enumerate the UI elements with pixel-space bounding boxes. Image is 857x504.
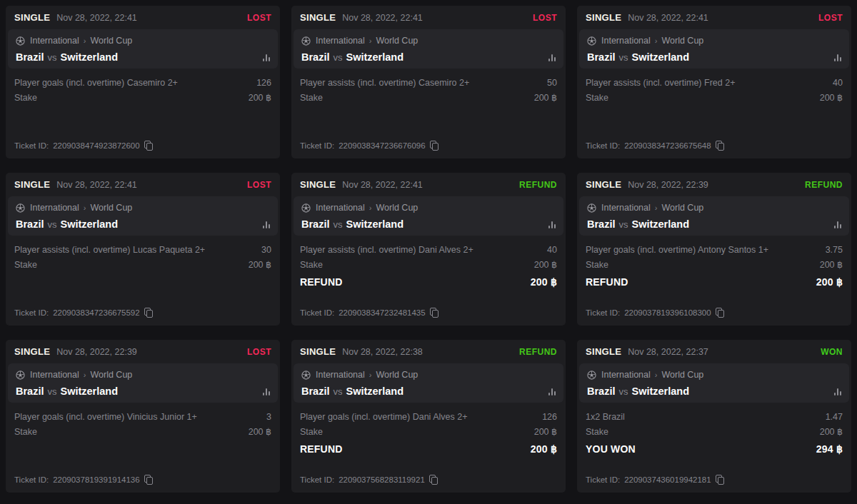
league-category[interactable]: International: [601, 370, 651, 380]
bet-ticket-card[interactable]: SINGLE Nov 28, 2022, 22:41 LOST Internat…: [6, 6, 280, 158]
league-name[interactable]: World Cup: [376, 36, 418, 46]
league-row: International › World Cup: [301, 36, 556, 46]
league-category[interactable]: International: [30, 203, 79, 213]
breadcrumb-separator: ›: [655, 203, 658, 212]
status-badge: LOST: [818, 13, 843, 23]
league-category[interactable]: International: [601, 203, 651, 213]
copy-icon[interactable]: [429, 475, 438, 484]
away-team: Switzerland: [61, 51, 119, 63]
bet-ticket-card[interactable]: SINGLE Nov 28, 2022, 22:39 LOST Internat…: [6, 340, 280, 493]
odds-value: 50: [547, 78, 557, 88]
status-badge: LOST: [247, 347, 271, 357]
ticket-id-value: 2209037819391914136: [53, 475, 140, 484]
bar-chart-icon[interactable]: [834, 388, 841, 395]
result-label: REFUND: [300, 276, 343, 288]
event-panel[interactable]: International › World Cup Brazil vs Swit…: [579, 196, 849, 236]
bar-chart-icon[interactable]: [548, 221, 556, 228]
ticket-id-value: 2209038347236675592: [53, 308, 140, 317]
stake-row: Stake 200 ฿: [14, 257, 271, 272]
result-label: REFUND: [300, 443, 343, 455]
ticket-footer: Ticket ID: 2209037568283119921: [300, 475, 557, 484]
bet-type-label: SINGLE: [14, 12, 50, 23]
result-row: REFUND 200 ฿: [586, 274, 843, 290]
league-name[interactable]: World Cup: [90, 370, 132, 380]
result-row: YOU WON 294 ฿: [586, 441, 843, 457]
stake-row: Stake 200 ฿: [586, 90, 843, 105]
league-category[interactable]: International: [30, 36, 79, 46]
market-label: Player assists (incl. overtime) Casemiro…: [300, 78, 469, 88]
bar-chart-icon[interactable]: [548, 54, 556, 61]
copy-icon[interactable]: [430, 308, 438, 317]
vs-label: vs: [334, 386, 343, 397]
league-name[interactable]: World Cup: [661, 203, 703, 213]
bet-details: 1x2 Brazil 1.47 Stake 200 ฿ YOU WON 294 …: [586, 410, 843, 457]
copy-icon[interactable]: [716, 475, 724, 484]
event-panel[interactable]: International › World Cup Brazil vs Swit…: [579, 29, 849, 69]
event-panel[interactable]: International › World Cup Brazil vs Swit…: [579, 363, 849, 403]
league-name[interactable]: World Cup: [376, 203, 418, 213]
stake-value: 200 ฿: [249, 92, 271, 103]
bar-chart-icon[interactable]: [263, 54, 270, 61]
result-label: YOU WON: [586, 443, 636, 455]
event-panel[interactable]: International › World Cup Brazil vs Swit…: [294, 196, 563, 236]
copy-icon[interactable]: [430, 141, 438, 150]
bet-ticket-card[interactable]: SINGLE Nov 28, 2022, 22:38 REFUND Intern…: [291, 340, 566, 493]
event-panel[interactable]: International › World Cup Brazil vs Swit…: [294, 363, 563, 403]
copy-icon[interactable]: [716, 308, 724, 317]
event-panel[interactable]: International › World Cup Brazil vs Swit…: [8, 196, 278, 236]
bet-details: Player assists (incl. overtime) Dani Alv…: [300, 243, 557, 290]
ticket-id-value: 2209038347236676096: [339, 141, 426, 150]
home-team: Brazil: [16, 385, 44, 397]
stake-row: Stake 200 ฿: [14, 424, 271, 439]
bet-ticket-card[interactable]: SINGLE Nov 28, 2022, 22:41 REFUND Intern…: [291, 173, 566, 326]
ticket-id-value: 2209038347236675648: [624, 141, 711, 150]
copy-icon[interactable]: [144, 308, 153, 317]
league-name[interactable]: World Cup: [661, 36, 703, 46]
odds-value: 40: [547, 245, 557, 255]
bet-date: Nov 28, 2022, 22:39: [56, 347, 137, 357]
status-badge: REFUND: [805, 180, 843, 190]
ticket-footer: Ticket ID: 2209038347236675592: [14, 308, 271, 317]
league-category[interactable]: International: [316, 370, 365, 380]
league-name[interactable]: World Cup: [376, 370, 418, 380]
bet-ticket-card[interactable]: SINGLE Nov 28, 2022, 22:41 LOST Internat…: [6, 173, 280, 326]
vs-label: vs: [48, 52, 57, 63]
bet-ticket-card[interactable]: SINGLE Nov 28, 2022, 22:37 WON Internati…: [577, 340, 851, 493]
stake-label: Stake: [586, 260, 608, 270]
league-category[interactable]: International: [30, 370, 79, 380]
league-category[interactable]: International: [601, 36, 651, 46]
copy-icon[interactable]: [716, 141, 724, 150]
teams-row: Brazil vs Switzerland: [16, 385, 270, 397]
copy-icon[interactable]: [144, 141, 153, 150]
bar-chart-icon[interactable]: [834, 54, 841, 61]
odds-value: 3: [266, 412, 271, 422]
bar-chart-icon[interactable]: [263, 221, 270, 228]
bar-chart-icon[interactable]: [548, 388, 556, 395]
bet-details: Player goals (incl. overtime) Casemiro 2…: [14, 76, 271, 105]
league-name[interactable]: World Cup: [661, 370, 703, 380]
bet-type-label: SINGLE: [300, 12, 336, 23]
copy-icon[interactable]: [144, 475, 153, 484]
league-name[interactable]: World Cup: [90, 36, 132, 46]
market-row: Player assists (incl. overtime) Fred 2+ …: [586, 76, 843, 90]
league-category[interactable]: International: [316, 36, 365, 46]
teams-row: Brazil vs Switzerland: [301, 51, 556, 63]
event-panel[interactable]: International › World Cup Brazil vs Swit…: [8, 363, 278, 403]
league-name[interactable]: World Cup: [90, 203, 132, 213]
ticket-id-prefix: Ticket ID:: [14, 141, 49, 150]
bar-chart-icon[interactable]: [834, 221, 841, 228]
bar-chart-icon[interactable]: [263, 388, 270, 395]
event-panel[interactable]: International › World Cup Brazil vs Swit…: [8, 29, 278, 69]
stake-label: Stake: [586, 93, 608, 103]
bet-ticket-card[interactable]: SINGLE Nov 28, 2022, 22:41 LOST Internat…: [577, 6, 851, 158]
status-badge: LOST: [247, 180, 271, 190]
league-category[interactable]: International: [316, 203, 365, 213]
home-team: Brazil: [301, 51, 330, 63]
bet-type-label: SINGLE: [300, 346, 336, 357]
stake-row: Stake 200 ฿: [14, 90, 271, 105]
status-badge: LOST: [247, 13, 271, 23]
event-panel[interactable]: International › World Cup Brazil vs Swit…: [294, 29, 563, 69]
bet-ticket-card[interactable]: SINGLE Nov 28, 2022, 22:41 LOST Internat…: [291, 6, 566, 158]
market-row: Player goals (incl. overtime) Dani Alves…: [300, 410, 557, 424]
bet-ticket-card[interactable]: SINGLE Nov 28, 2022, 22:39 REFUND Intern…: [577, 173, 851, 326]
